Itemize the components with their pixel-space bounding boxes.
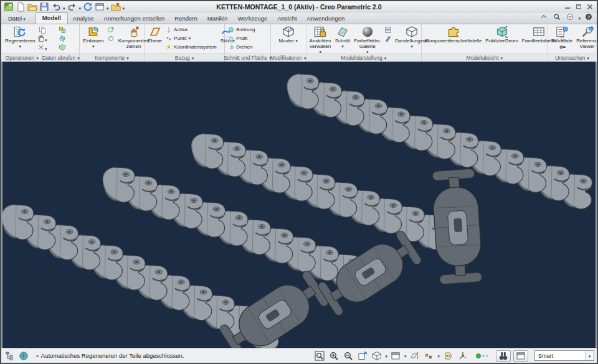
maximize-button[interactable] bbox=[574, 3, 583, 11]
new-file-button[interactable] bbox=[16, 2, 26, 11]
ebene-button[interactable]: Ebene bbox=[146, 26, 163, 44]
window-switch-button[interactable] bbox=[95, 2, 105, 11]
redo-button[interactable] bbox=[67, 2, 77, 11]
selection-filter-value: Smart bbox=[538, 353, 553, 359]
farbeffekte-galerie-button[interactable]: Farbeffekte-Galerie bbox=[353, 26, 382, 55]
web-browser-toggle-button[interactable] bbox=[17, 350, 29, 362]
appearance-edit-button[interactable] bbox=[383, 34, 392, 42]
group-label-modelldarstellung[interactable]: Modelldarstellung bbox=[306, 53, 421, 62]
display-style-caret-icon[interactable] bbox=[385, 352, 387, 359]
tab-analyse[interactable]: Analyse bbox=[68, 14, 99, 24]
tab-anwendungen[interactable]: Anwendungen bbox=[302, 14, 350, 24]
ribbon-group-komponente: Einbauen Komponenten ziehen Komponente bbox=[80, 24, 145, 62]
window-activate-button[interactable] bbox=[513, 350, 528, 362]
spin-center-button[interactable] bbox=[457, 350, 468, 362]
minimize-button[interactable] bbox=[562, 3, 572, 11]
group-label-operationen[interactable]: Operationen bbox=[2, 53, 42, 62]
regenerate-button[interactable] bbox=[83, 2, 93, 11]
appearance-copy-button[interactable] bbox=[383, 26, 392, 34]
regenerieren-button[interactable]: Regenerieren bbox=[4, 26, 36, 50]
refit-button[interactable] bbox=[356, 350, 368, 362]
copy-geometry-button[interactable] bbox=[58, 34, 67, 42]
saved-orientations-button[interactable] bbox=[390, 350, 402, 362]
muster-button[interactable]: Muster bbox=[278, 26, 299, 44]
tab-rendern[interactable]: Rendern bbox=[169, 14, 202, 24]
close-window-button[interactable] bbox=[111, 2, 121, 11]
regenerate-model-icon bbox=[14, 26, 26, 38]
model-tree-toggle-button[interactable] bbox=[4, 350, 16, 362]
ribbon-group-modifikatoren: Muster Modifikatoren bbox=[271, 24, 306, 62]
saved-orientations-caret-icon[interactable] bbox=[404, 352, 407, 359]
ribbon-group-bezug: Ebene Achse Punkt Koordinatensystem Skiz… bbox=[145, 24, 225, 62]
tab-modell[interactable]: Modell bbox=[36, 12, 68, 24]
group-label-untersuchen[interactable]: Untersuchen bbox=[548, 53, 596, 62]
qat-customize-caret-icon[interactable] bbox=[123, 1, 125, 12]
selection-filter-dropdown[interactable]: Smart bbox=[534, 350, 594, 361]
tab-datei[interactable]: Datei bbox=[3, 14, 31, 24]
undo-caret-icon[interactable] bbox=[63, 1, 65, 12]
achse-button[interactable]: Achse bbox=[164, 26, 217, 34]
assemble-icon bbox=[87, 26, 100, 38]
ansichten-verwalten-button[interactable]: Ansichten verwalten bbox=[308, 26, 333, 55]
help-button[interactable] bbox=[584, 12, 594, 22]
group-label-bezug[interactable]: Bezug bbox=[145, 53, 224, 62]
punkt-button[interactable]: Punkt bbox=[164, 34, 217, 42]
redo-caret-icon[interactable] bbox=[79, 1, 82, 12]
ribbon-group-daten-abrufen: Daten abrufen bbox=[42, 24, 79, 62]
datum-plane-icon bbox=[149, 26, 161, 38]
titlebar: KETTEN-MONTAGE_1_0 (Aktiv) - Creo Parame… bbox=[1, 1, 597, 12]
referenz-viewer-button[interactable]: Referenz-Viewer bbox=[575, 26, 597, 50]
find-button[interactable] bbox=[496, 350, 511, 362]
komponentenschnittstelle-button[interactable]: Komponentenschnittstelle bbox=[424, 26, 483, 44]
open-file-button[interactable] bbox=[27, 2, 37, 11]
group-caret-icon bbox=[501, 55, 503, 61]
minimize-ribbon-button[interactable] bbox=[565, 12, 575, 22]
muster-caret-icon bbox=[295, 39, 298, 44]
repeat-button[interactable] bbox=[107, 34, 116, 42]
component-interface-icon bbox=[447, 26, 460, 38]
tab-manikin[interactable]: Manikin bbox=[202, 14, 233, 24]
selection-filter-caret-button[interactable] bbox=[585, 351, 594, 360]
zoom-box-button[interactable] bbox=[313, 350, 325, 362]
zoom-in-button[interactable] bbox=[328, 350, 339, 362]
profil-button[interactable]: Profil bbox=[227, 34, 256, 42]
close-button[interactable] bbox=[585, 3, 594, 11]
stueckliste-button[interactable]: Stückliste bbox=[550, 26, 574, 44]
bohrung-button[interactable]: Bohrung bbox=[227, 26, 256, 34]
tab-ansicht[interactable]: Ansicht bbox=[272, 14, 301, 24]
designate-button[interactable] bbox=[442, 350, 454, 362]
tab-werkzeuge[interactable]: Werkzeuge bbox=[233, 14, 273, 24]
group-label-komponente[interactable]: Komponente bbox=[80, 53, 144, 62]
publiziergeom-button[interactable]: PublizierGeom bbox=[484, 26, 519, 44]
display-style-button[interactable] bbox=[371, 350, 382, 362]
display-style-icon bbox=[406, 26, 418, 38]
annotation-display-button[interactable] bbox=[423, 350, 435, 362]
save-button[interactable] bbox=[39, 2, 49, 11]
schnitt-button[interactable]: Schnitt bbox=[334, 26, 351, 50]
undo-button[interactable] bbox=[51, 2, 61, 11]
collapse-ribbon-button[interactable] bbox=[539, 12, 549, 22]
group-label-modellabsicht[interactable]: Modellabsicht bbox=[422, 53, 548, 62]
shrinkwrap-button[interactable] bbox=[58, 43, 67, 51]
annotation-display-caret-icon[interactable] bbox=[437, 352, 440, 359]
viewport[interactable] bbox=[1, 62, 597, 348]
search-button[interactable] bbox=[552, 12, 562, 22]
tab-anmerkungen[interactable]: Anmerkungen erstellen bbox=[99, 14, 170, 24]
regenerieren-caret-icon bbox=[19, 44, 21, 50]
manage-views-icon bbox=[314, 26, 326, 38]
publish-geometry-icon bbox=[496, 26, 508, 38]
group-label-daten-abrufen[interactable]: Daten abrufen bbox=[42, 53, 78, 62]
minimize-ribbon-caret-icon[interactable] bbox=[578, 11, 581, 22]
loose-chain-link[interactable] bbox=[431, 169, 483, 285]
koordinatensystem-button[interactable]: Koordinatensystem bbox=[164, 43, 217, 51]
group-label-modifikatoren[interactable]: Modifikatoren bbox=[271, 53, 306, 62]
group-caret-icon bbox=[587, 55, 589, 61]
datum-display-button[interactable] bbox=[409, 350, 420, 362]
udf-button[interactable] bbox=[58, 26, 67, 34]
zoom-out-button[interactable] bbox=[342, 350, 354, 362]
einbauen-button[interactable]: Einbauen bbox=[82, 26, 105, 50]
group-label-schnitt-und-flaeche[interactable]: Schnitt und Fläche bbox=[225, 53, 270, 62]
window-caret-icon[interactable] bbox=[107, 1, 109, 12]
create-component-button[interactable] bbox=[107, 26, 116, 34]
drehen-button[interactable]: Drehen bbox=[227, 43, 256, 51]
